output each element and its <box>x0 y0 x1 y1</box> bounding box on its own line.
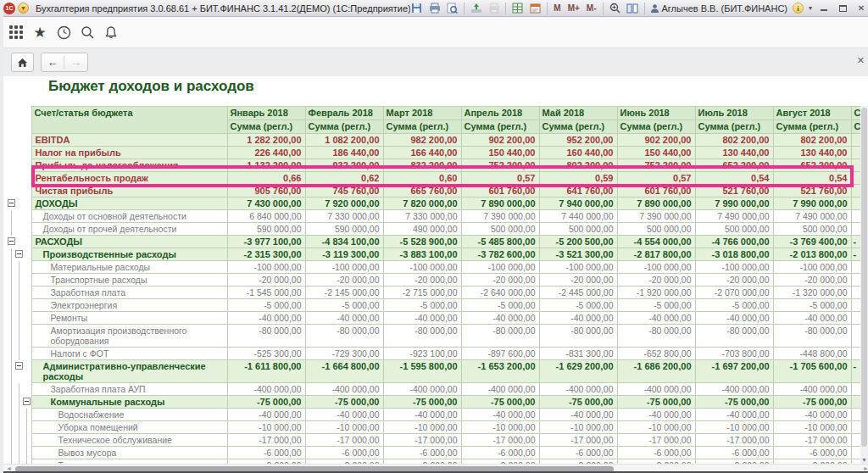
amount-cell[interactable]: 166 440,00 <box>383 147 461 159</box>
amount-cell[interactable]: -6 000,00 <box>539 447 617 459</box>
amount-cell[interactable]: -2 315 300,00 <box>227 248 305 261</box>
amount-cell[interactable]: -80 000,00 <box>383 325 461 348</box>
amount-cell[interactable]: -5 000,00 <box>773 299 851 312</box>
amount-cell[interactable]: -3 782 600,00 <box>461 248 539 261</box>
tree-collapse-toggle[interactable] <box>8 199 15 207</box>
amount-cell[interactable]: -17 000,00 <box>773 434 851 447</box>
home-button[interactable] <box>11 53 34 72</box>
amount-cell[interactable]: -400 000,00 <box>773 383 851 396</box>
amount-cell[interactable]: -6 000,00 <box>305 447 383 459</box>
amount-cell[interactable]: -17 000,00 <box>461 434 539 447</box>
column-header-month[interactable]: Август 2018 <box>773 107 851 120</box>
amount-cell[interactable]: 601 760,00 <box>617 185 695 198</box>
amount-cell[interactable]: 1 082 200,00 <box>305 134 383 147</box>
amount-cell[interactable]: -75 000,00 <box>305 396 383 409</box>
column-header-month[interactable]: Июнь 2018 <box>617 107 695 120</box>
amount-cell[interactable]: -4 554 000,00 <box>617 236 695 248</box>
memory-m-plus-button[interactable]: M+ <box>567 3 581 13</box>
amount-cell[interactable]: -3 769 400,00 <box>773 236 851 248</box>
amount-cell[interactable]: 226 440,00 <box>227 147 305 159</box>
amount-cell[interactable]: -80 000,00 <box>227 325 305 348</box>
amount-cell[interactable]: 665 760,00 <box>383 185 461 198</box>
history-clock-icon[interactable] <box>54 24 73 41</box>
row-label-cell[interactable]: Вывоз мусора <box>31 447 227 459</box>
amount-cell[interactable]: -75 000,00 <box>227 396 305 409</box>
chevron-down-icon[interactable]: ▾ <box>809 4 812 12</box>
amount-cell[interactable]: -40 000,00 <box>461 409 539 421</box>
amount-cell[interactable]: 0,57 <box>461 172 539 185</box>
amount-cell[interactable]: 7 820 000,00 <box>383 198 461 210</box>
amount-cell[interactable]: -17 000,00 <box>695 434 773 447</box>
amount-cell[interactable]: -40 000,00 <box>617 409 695 421</box>
amount-cell[interactable]: 0,60 <box>383 172 461 185</box>
amount-cell[interactable]: 7 990 000,00 <box>695 198 773 210</box>
amount-cell[interactable]: -6 000,00 <box>461 447 539 459</box>
row-label-cell[interactable]: Производственные расходы <box>31 248 227 261</box>
amount-cell[interactable]: -10 000,00 <box>695 421 773 434</box>
row-label-cell[interactable]: Материальные расходы <box>31 261 227 274</box>
amount-cell[interactable]: -100 000,00 <box>461 261 539 274</box>
info-icon[interactable]: i <box>793 3 804 14</box>
amount-cell[interactable]: 905 760,00 <box>227 185 305 198</box>
column-subheader-amount[interactable]: Сумма (регл.) <box>539 120 617 134</box>
amount-cell[interactable]: 7 890 000,00 <box>461 198 539 210</box>
amount-cell[interactable]: 590 000,00 <box>227 223 305 236</box>
amount-cell[interactable]: 7 990 000,00 <box>773 198 851 210</box>
amount-cell[interactable]: -3 119 300,00 <box>305 248 383 261</box>
amount-cell[interactable]: -400 000,00 <box>305 383 383 396</box>
save-icon[interactable] <box>410 3 423 14</box>
show-table-icon[interactable] <box>511 3 524 14</box>
amount-cell[interactable]: -80 000,00 <box>773 325 851 348</box>
amount-cell[interactable]: -1 653 200,00 <box>461 360 539 383</box>
tree-collapse-toggle[interactable] <box>23 398 31 405</box>
amount-cell[interactable]: -17 000,00 <box>617 434 695 447</box>
amount-cell[interactable]: -20 000,00 <box>305 274 383 287</box>
row-label-cell[interactable]: Рентабельность продаж <box>31 172 227 185</box>
row-label-cell[interactable]: Заработная плата АУП <box>31 383 227 396</box>
back-button[interactable]: ← <box>42 56 64 69</box>
amount-cell[interactable]: -80 000,00 <box>539 325 617 348</box>
amount-cell[interactable]: -10 000,00 <box>461 421 539 434</box>
amount-cell[interactable]: -100 000,00 <box>227 261 305 274</box>
amount-cell[interactable]: -20 000,00 <box>617 274 695 287</box>
amount-cell[interactable]: -6 000,00 <box>383 447 461 459</box>
search-icon[interactable] <box>78 24 97 41</box>
amount-cell[interactable]: -20 000,00 <box>461 274 539 287</box>
form-close-icon[interactable]: ✕ <box>857 55 865 66</box>
amount-cell[interactable]: -5 000,00 <box>539 299 617 312</box>
amount-cell[interactable]: -5 528 900,00 <box>383 236 461 248</box>
amount-cell[interactable]: -5 000,00 <box>383 299 461 312</box>
amount-cell[interactable]: 952 200,00 <box>539 134 617 147</box>
amount-cell[interactable]: 802 200,00 <box>539 159 617 172</box>
amount-cell[interactable]: 7 390 000,00 <box>461 210 539 223</box>
amount-cell[interactable]: 752 200,00 <box>461 159 539 172</box>
amount-cell[interactable]: -75 000,00 <box>773 396 851 409</box>
amount-cell[interactable]: -100 000,00 <box>305 261 383 274</box>
amount-cell[interactable]: 7 940 000,00 <box>539 198 617 210</box>
amount-cell[interactable]: 745 760,00 <box>305 185 383 198</box>
amount-cell[interactable]: 7 390 000,00 <box>617 210 695 223</box>
amount-cell[interactable]: 652 200,00 <box>695 159 773 172</box>
amount-cell[interactable]: -2 715 000,00 <box>383 287 461 299</box>
amount-cell[interactable]: -729 300,00 <box>305 348 383 360</box>
amount-cell[interactable]: -100 000,00 <box>383 261 461 274</box>
amount-cell[interactable]: -2 070 000,00 <box>695 287 773 299</box>
column-subheader-amount[interactable]: Сумма (регл.) <box>305 120 383 134</box>
amount-cell[interactable]: -3 521 300,00 <box>539 248 617 261</box>
row-label-cell[interactable]: Заработная плата <box>31 287 227 299</box>
amount-cell[interactable]: 982 200,00 <box>383 134 461 147</box>
tree-collapse-toggle[interactable] <box>15 250 23 258</box>
amount-cell[interactable]: -400 000,00 <box>617 383 695 396</box>
amount-cell[interactable]: 7 330 000,00 <box>305 210 383 223</box>
amount-cell[interactable]: -10 000,00 <box>305 421 383 434</box>
amount-cell[interactable]: 160 440,00 <box>539 147 617 159</box>
amount-cell[interactable]: 1 282 200,00 <box>227 134 305 147</box>
amount-cell[interactable]: -75 000,00 <box>461 396 539 409</box>
row-label-cell[interactable]: Транспортные расходы <box>31 274 227 287</box>
amount-cell[interactable]: 802 200,00 <box>773 134 851 147</box>
amount-cell[interactable]: -831 300,00 <box>539 348 617 360</box>
amount-cell[interactable]: 521 760,00 <box>773 185 851 198</box>
amount-cell[interactable]: -17 000,00 <box>383 434 461 447</box>
memory-m-minus-button[interactable]: M- <box>586 3 598 13</box>
column-subheader-amount[interactable]: Сумма (регл.) <box>773 120 851 134</box>
